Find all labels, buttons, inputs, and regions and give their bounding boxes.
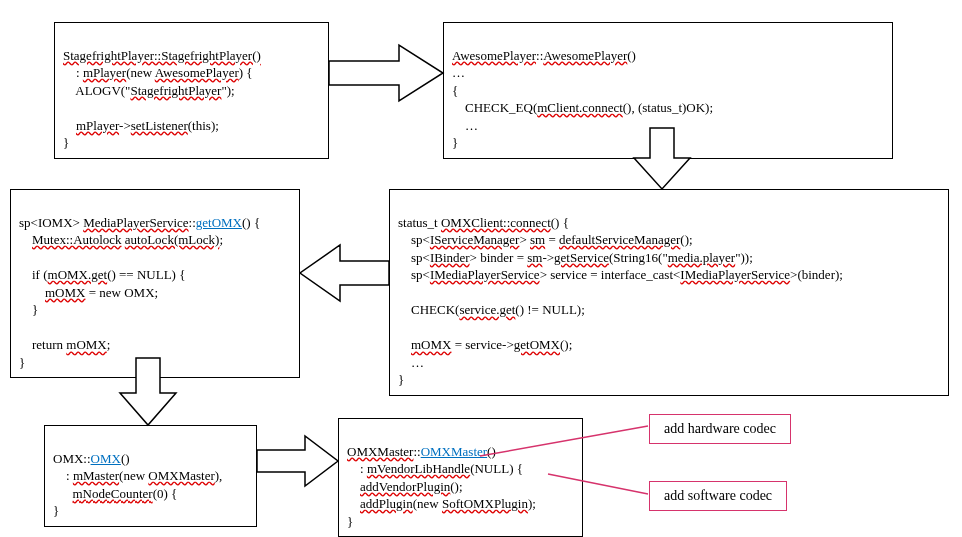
ident: sm <box>527 250 542 265</box>
ident: OMXClient::connect <box>441 215 551 230</box>
ident: mVendorLibHandle <box>367 461 470 476</box>
annotation-hardware-codec: add hardware codec <box>649 414 791 444</box>
code-line: : mPlayer(new AwesomePlayer) { <box>63 65 253 80</box>
code-line: : mVendorLibHandle(NULL) { <box>347 461 523 476</box>
ident: defaultServiceManager <box>559 232 680 247</box>
box-omx-ctor: OMX::OMX() : mMaster(new OMXMaster), mNo… <box>44 425 257 527</box>
code-line: mNodeCounter(0) { <box>53 486 177 501</box>
code-line: ALOGV("StagefrightPlayer"); <box>63 83 235 98</box>
code-line: … <box>452 65 465 80</box>
ident: mMaster <box>73 468 119 483</box>
code-line: } <box>347 514 353 529</box>
arrow-stagefright-to-awesome <box>329 45 443 101</box>
code-line: } <box>19 302 38 317</box>
svg-marker-0 <box>329 45 443 101</box>
code-line: } <box>53 503 59 518</box>
ident: setListener <box>131 118 188 133</box>
ident: IServiceManager <box>430 232 520 247</box>
arrow-omx-to-omxmaster <box>257 436 338 486</box>
svg-marker-4 <box>257 436 338 486</box>
ident: OMXMaster <box>347 444 413 459</box>
code-line: sp<IServiceManager> sm = defaultServiceM… <box>398 232 693 247</box>
ident: IMediaPlayerService <box>430 267 540 282</box>
ident-link: OMXMaster <box>421 444 487 459</box>
code-line: addPlugin(new SoftOMXPlugin); <box>347 496 536 511</box>
code-line: CHECK_EQ(mClient.connect(), (status_t)OK… <box>452 100 713 115</box>
ident: getOMX <box>514 337 560 352</box>
ident: mOMX <box>66 337 106 352</box>
ident: mPlayer <box>76 118 119 133</box>
ident: addPlugin <box>360 496 413 511</box>
ident: media.player <box>668 250 736 265</box>
ident: sm <box>530 232 545 247</box>
code-line: mOMX = new OMX; <box>19 285 158 300</box>
code-line: mPlayer->setListener(this); <box>63 118 219 133</box>
code-line: … <box>452 118 478 133</box>
code-line: Mutex::Autolock autoLock(mLock); <box>19 232 223 247</box>
ident-link: getOMX <box>196 215 242 230</box>
ident: mClient.connect <box>537 100 623 115</box>
code-line: { <box>452 83 458 98</box>
code-line: … <box>398 355 424 370</box>
ident: addVendorPlugin <box>360 479 450 494</box>
ident: getService <box>554 250 609 265</box>
code-line: status_t OMXClient::connect() { <box>398 215 569 230</box>
ident: mPlayer <box>83 65 126 80</box>
code-line: OMX::OMX() <box>53 451 130 466</box>
box-omxclient-connect: status_t OMXClient::connect() { sp<IServ… <box>389 189 949 396</box>
ident: mOMX <box>411 337 451 352</box>
code-line: sp<IOMX> MediaPlayerService::getOMX() { <box>19 215 260 230</box>
annotation-software-codec: add software codec <box>649 481 787 511</box>
code-line: return mOMX; <box>19 337 110 352</box>
ident: SoftOMXPlugin <box>442 496 528 511</box>
code-line: sp<IMediaPlayerService> service = interf… <box>398 267 843 282</box>
ident: AwesomePlayer <box>155 65 239 80</box>
code-line: : mMaster(new OMXMaster), <box>53 468 222 483</box>
box-stagefrightplayer: StagefrightPlayer::StagefrightPlayer() :… <box>54 22 329 159</box>
ident: AwesomePlayer <box>452 48 536 63</box>
code-line: CHECK(service.get() != NULL); <box>398 302 585 317</box>
ident: mNodeCounter <box>73 486 153 501</box>
box-getomx: sp<IOMX> MediaPlayerService::getOMX() { … <box>10 189 300 378</box>
ident: MediaPlayerService <box>83 215 188 230</box>
ident: IMediaPlayerService <box>680 267 790 282</box>
ident: mOMX <box>45 285 85 300</box>
code-line: sp<IBinder> binder = sm->getService(Stri… <box>398 250 753 265</box>
ident: StagefrightPlayer::StagefrightPlayer() <box>63 48 261 63</box>
ident: OMXMaster <box>148 468 214 483</box>
code-line: } <box>19 355 25 370</box>
code-line: StagefrightPlayer::StagefrightPlayer() <box>63 48 261 63</box>
box-awesomeplayer: AwesomePlayer::AwesomePlayer() … { CHECK… <box>443 22 893 159</box>
svg-marker-2 <box>300 245 389 301</box>
code-line: mOMX = service->getOMX(); <box>398 337 572 352</box>
ident: service.get <box>459 302 515 317</box>
ident-link: OMX <box>91 451 121 466</box>
code-line: AwesomePlayer::AwesomePlayer() <box>452 48 636 63</box>
code-line: } <box>63 135 69 150</box>
box-omxmaster: OMXMaster::OMXMaster() : mVendorLibHandl… <box>338 418 583 537</box>
ident: AwesomePlayer <box>543 48 627 63</box>
code-line: } <box>452 135 458 150</box>
code-line: if (mOMX.get() == NULL) { <box>19 267 185 282</box>
code-line: addVendorPlugin(); <box>347 479 463 494</box>
arrow-omxclient-to-getomx <box>300 245 389 301</box>
ident: IBinder <box>430 250 470 265</box>
ident: autoLock(mLock) <box>125 232 220 247</box>
ident: mOMX.get <box>48 267 108 282</box>
code-line: OMXMaster::OMXMaster() <box>347 444 496 459</box>
ident: Mutex::Autolock <box>32 232 122 247</box>
code-line: } <box>398 372 404 387</box>
ident: StagefrightPlayer <box>130 83 221 98</box>
